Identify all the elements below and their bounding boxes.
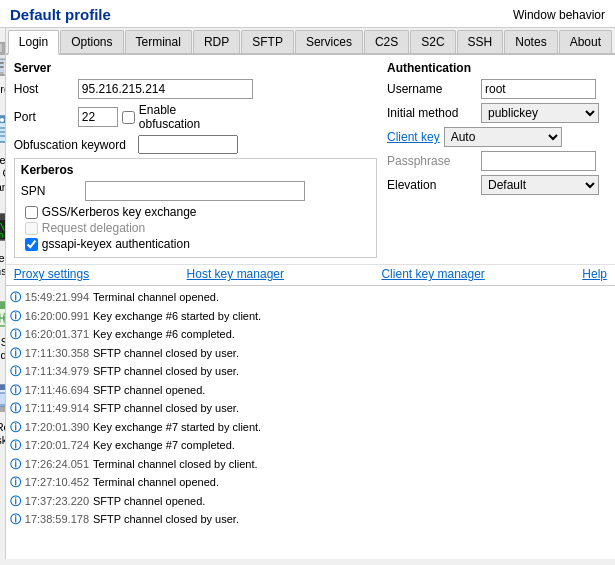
host-row: Host	[14, 79, 377, 99]
help-link[interactable]: Help	[582, 267, 607, 281]
log-message: SFTP channel closed by user.	[93, 511, 239, 528]
elevation-row: Elevation Default None Request elevation	[387, 175, 607, 195]
svg-text:ssh: ssh	[0, 231, 4, 240]
tab-terminal[interactable]: Terminal	[125, 30, 192, 53]
tab-login[interactable]: Login	[8, 30, 59, 55]
elevation-select[interactable]: Default None Request elevation	[481, 175, 599, 195]
client-key-row: Client key Auto Profile key Global key	[387, 127, 607, 147]
gss-kerberos-row: GSS/Kerberos key exchange	[25, 205, 370, 219]
info-icon: ⓘ	[10, 419, 21, 436]
info-icon: ⓘ	[10, 493, 21, 510]
host-input[interactable]	[78, 79, 253, 99]
links-row: Proxy settings Host key manager Client k…	[6, 264, 615, 285]
info-icon: ⓘ	[10, 289, 21, 306]
passphrase-row: Passphrase	[387, 151, 607, 171]
client-key-manager-link[interactable]: Client key manager	[381, 267, 484, 281]
log-message: Terminal channel opened.	[93, 289, 219, 306]
log-time: 17:20:01.724	[25, 437, 89, 454]
spn-label: SPN	[21, 184, 81, 198]
log-message: Key exchange #7 started by client.	[93, 419, 261, 436]
tab-options[interactable]: Options	[60, 30, 123, 53]
log-time: 17:27:10.452	[25, 474, 89, 491]
info-icon: ⓘ	[10, 456, 21, 473]
client-key-select[interactable]: Auto Profile key Global key	[444, 127, 562, 147]
username-input[interactable]	[481, 79, 596, 99]
tab-rdp[interactable]: RDP	[193, 30, 240, 53]
log-time: 17:20:01.390	[25, 419, 89, 436]
enable-obfuscation-label: Enable obfuscation	[139, 103, 199, 131]
log-time: 17:26:24.051	[25, 456, 89, 473]
tab-notes[interactable]: Notes	[504, 30, 557, 53]
tab-services[interactable]: Services	[295, 30, 363, 53]
log-message: Key exchange #6 started by client.	[93, 308, 261, 325]
info-icon: ⓘ	[10, 511, 21, 528]
port-label: Port	[14, 110, 74, 124]
spn-input[interactable]	[85, 181, 305, 201]
log-message: Terminal channel opened.	[93, 474, 219, 491]
info-icon: ⓘ	[10, 437, 21, 454]
form-right: Authentication Username Initial method p…	[387, 61, 607, 258]
log-message: SFTP channel opened.	[93, 382, 205, 399]
enable-obfuscation-checkbox[interactable]	[122, 111, 135, 124]
log-entry: ⓘ 17:11:46.694 SFTP channel opened.	[10, 381, 611, 400]
gssapi-keyex-checkbox[interactable]	[25, 238, 38, 251]
log-entry: ⓘ 17:20:01.724 Key exchange #7 completed…	[10, 436, 611, 455]
info-icon: ⓘ	[10, 345, 21, 362]
log-time: 17:11:49.914	[25, 400, 89, 417]
log-time: 17:37:23.220	[25, 493, 89, 510]
tab-c2s[interactable]: C2S	[364, 30, 409, 53]
tab-s2c[interactable]: S2C	[410, 30, 455, 53]
tab-sftp[interactable]: SFTP	[241, 30, 294, 53]
passphrase-input[interactable]	[481, 151, 596, 171]
log-time: 15:49:21.994	[25, 289, 89, 306]
host-key-manager-link[interactable]: Host key manager	[187, 267, 284, 281]
port-input[interactable]	[78, 107, 118, 127]
info-icon: ⓘ	[10, 474, 21, 491]
log-entry: ⓘ 17:27:10.452 Terminal channel opened.	[10, 473, 611, 492]
passphrase-label: Passphrase	[387, 154, 477, 168]
log-entry: ⓘ 17:38:59.178 SFTP channel closed by us…	[10, 510, 611, 529]
kerberos-section: Kerberos SPN GSS/Kerberos key exchange R…	[14, 158, 377, 258]
log-time: 17:11:46.694	[25, 382, 89, 399]
gss-kerberos-checkbox[interactable]	[25, 206, 38, 219]
username-row: Username	[387, 79, 607, 99]
obfuscation-keyword-input[interactable]	[138, 135, 238, 154]
log-entry: ⓘ 17:11:34.979 SFTP channel closed by us…	[10, 362, 611, 381]
request-delegation-label: Request delegation	[42, 221, 145, 235]
tab-about[interactable]: About	[559, 30, 612, 53]
log-message: Terminal channel closed by client.	[93, 456, 257, 473]
window-behavior-link[interactable]: Window behavior	[513, 8, 605, 22]
gssapi-keyex-row: gssapi-keyex authentication	[25, 237, 370, 251]
log-area[interactable]: ⓘ 15:49:21.994 Terminal channel opened. …	[6, 285, 615, 559]
gssapi-keyex-label: gssapi-keyex authentication	[42, 237, 190, 251]
obfuscation-keyword-row: Obfuscation keyword	[14, 135, 377, 154]
info-icon: ⓘ	[10, 308, 21, 325]
initial-method-row: Initial method publickey password keyboa…	[387, 103, 607, 123]
initial-method-label: Initial method	[387, 106, 477, 120]
log-entry: ⓘ 16:20:01.371 Key exchange #6 completed…	[10, 325, 611, 344]
log-message: SFTP channel closed by user.	[93, 400, 239, 417]
log-message: SFTP channel closed by user.	[93, 363, 239, 380]
proxy-settings-link[interactable]: Proxy settings	[14, 267, 89, 281]
kerberos-title: Kerberos	[21, 163, 370, 177]
log-entry: ⓘ 17:26:24.051 Terminal channel closed b…	[10, 455, 611, 474]
info-icon: ⓘ	[10, 326, 21, 343]
log-time: 17:38:59.178	[25, 511, 89, 528]
auth-section-label: Authentication	[387, 61, 607, 75]
tabs-bar: Login Options Terminal RDP SFTP Services…	[6, 28, 615, 55]
content-area: Login Options Terminal RDP SFTP Services…	[6, 28, 615, 559]
request-delegation-checkbox[interactable]	[25, 222, 38, 235]
initial-method-select[interactable]: publickey password keyboard-interactive …	[481, 103, 599, 123]
main-layout: Save profile as Bitvise SSH Server Contr…	[0, 28, 615, 559]
server-section-label: Server	[14, 61, 377, 75]
client-key-link[interactable]: Client key	[387, 130, 440, 144]
spn-row: SPN	[21, 181, 370, 201]
form-left: Server Host Port Enable obfuscation Obfu…	[14, 61, 377, 258]
info-icon: ⓘ	[10, 382, 21, 399]
tab-ssh[interactable]: SSH	[457, 30, 504, 53]
host-label: Host	[14, 82, 74, 96]
log-entry: ⓘ 17:20:01.390 Key exchange #7 started b…	[10, 418, 611, 437]
svg-point-14	[0, 118, 4, 122]
log-time: 17:11:30.358	[25, 345, 89, 362]
log-entry: ⓘ 16:20:00.991 Key exchange #6 started b…	[10, 307, 611, 326]
